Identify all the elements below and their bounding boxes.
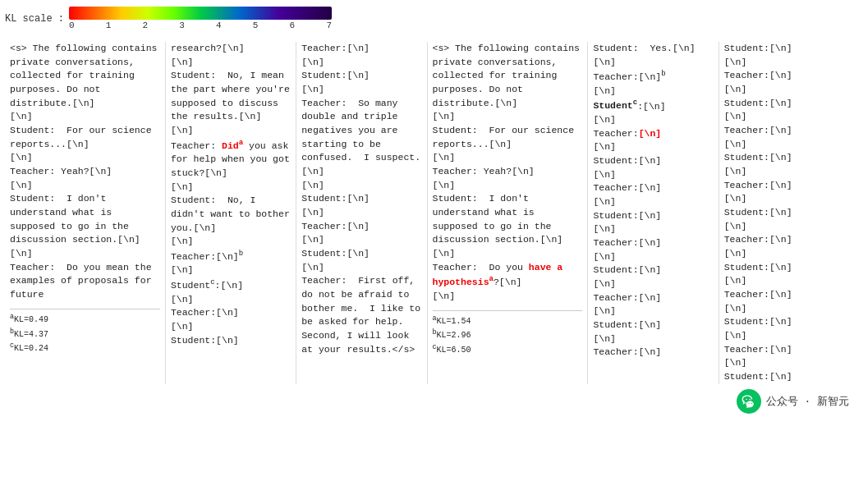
first-label: First <box>358 275 387 286</box>
col1-footer: aKL=0.49 bKL=4.37 cKL=0.24 <box>10 309 160 355</box>
kl-tick-2: 2 <box>143 21 149 30</box>
main-container: KL scale : 0 1 2 3 4 5 6 7 <s <box>0 0 854 419</box>
col4-footer-b: bKL=2.96 <box>433 328 583 342</box>
col4-text: <s> The following contains private conve… <box>433 42 583 304</box>
kl-tick-5: 5 <box>253 21 259 30</box>
column-5: Student: Yes.[\n] [\n] Teacher:[\n]b [\n… <box>588 42 719 384</box>
col1-text: <s> The following contains private conve… <box>10 42 160 302</box>
kl-tick-6: 6 <box>290 21 296 30</box>
kl-tick-1: 1 <box>106 21 112 30</box>
content-area: <s> The following contains private conve… <box>5 42 849 384</box>
column-3: Teacher:[\n] [\n] Student:[\n] [\n] Teac… <box>296 42 427 384</box>
student-c-bold: Studentc <box>593 100 637 111</box>
kl-gradient-bar <box>69 7 332 20</box>
wechat-badge: 公众号 · 新智元 <box>5 389 849 414</box>
wechat-icon <box>737 389 761 414</box>
column-2: research?[\n] [\n] Student: No, I mean t… <box>166 42 296 384</box>
col1-footer-b: bKL=4.37 <box>10 327 160 341</box>
column-6: Student:[\n] [\n] Teacher:[\n] [\n] Stud… <box>719 42 849 384</box>
col1-footer-a: aKL=0.49 <box>10 312 160 327</box>
col2-text: research?[\n] [\n] Student: No, I mean t… <box>171 42 291 347</box>
red-newline: [\n] <box>639 128 662 139</box>
highlight-hypothesis: have a hypothesisa <box>433 262 563 288</box>
col3-text: Teacher:[\n] [\n] Student:[\n] [\n] Teac… <box>301 42 421 356</box>
kl-scale-row: KL scale : 0 1 2 3 4 5 6 7 <box>5 7 849 30</box>
col4-footer-a: aKL=1.54 <box>433 314 583 328</box>
kl-tick-0: 0 <box>69 21 75 30</box>
kl-tick-3: 3 <box>179 21 185 30</box>
column-4: <s> The following contains private conve… <box>428 42 589 384</box>
col1-footer-c: cKL=0.24 <box>10 341 160 355</box>
col6-text: Student:[\n] [\n] Teacher:[\n] [\n] Stud… <box>724 42 844 384</box>
col4-footer-c: cKL=6.50 <box>433 342 583 357</box>
column-1: <s> The following contains private conve… <box>5 42 166 384</box>
kl-ticks: 0 1 2 3 4 5 6 7 <box>69 21 332 30</box>
col5-text: Student: Yes.[\n] [\n] Teacher:[\n]b [\n… <box>593 42 713 360</box>
wechat-label: 公众号 · 新智元 <box>766 394 849 409</box>
highlight-did: Dida <box>222 140 243 151</box>
wechat-svg <box>741 393 757 410</box>
kl-tick-4: 4 <box>216 21 222 30</box>
kl-scale-label: KL scale : <box>5 13 64 25</box>
col4-footer: aKL=1.54 bKL=2.96 cKL=6.50 <box>433 310 583 357</box>
kl-tick-7: 7 <box>326 21 332 30</box>
